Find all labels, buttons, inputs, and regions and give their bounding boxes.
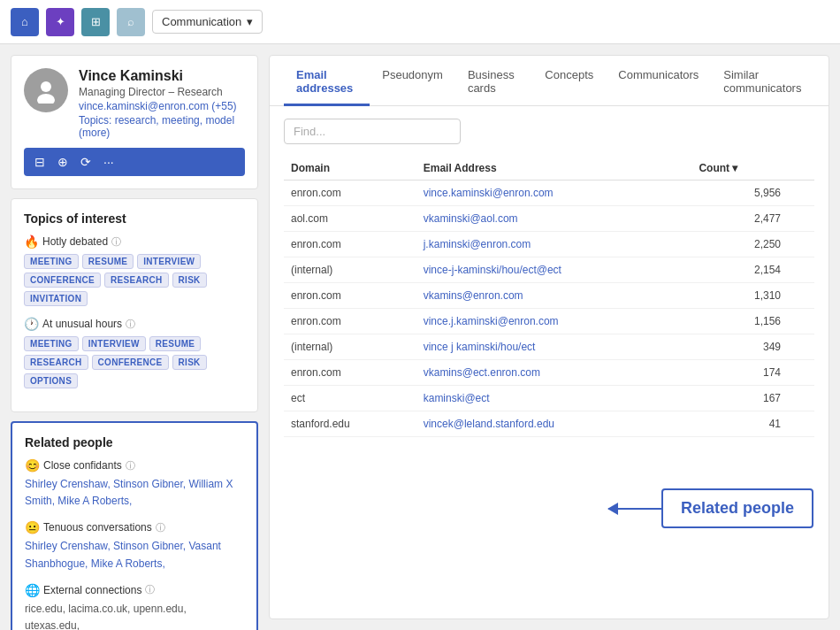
profile-email: vince.kaminski@enron.com (+55)	[79, 100, 245, 112]
tag-invitation[interactable]: INVITATION	[24, 291, 88, 306]
close-confidants-section: 😊 Close confidants ⓘ Shirley Crenshaw, S…	[25, 458, 244, 510]
cell-action	[788, 181, 814, 206]
table-row: ect kaminski@ect 167	[284, 386, 814, 411]
table-row: stanford.edu vincek@leland.stanford.edu …	[284, 411, 814, 437]
related-people-title: Related people	[25, 435, 244, 449]
avatar	[24, 68, 68, 112]
tag-research-2[interactable]: RESEARCH	[24, 355, 88, 370]
table-row: enron.com vkamins@enron.com 1,310	[284, 283, 814, 309]
cell-email[interactable]: vincek@leland.stanford.edu	[416, 411, 692, 437]
tenuous-conversations-title: 😐 Tenuous conversations ⓘ	[25, 520, 244, 534]
unusual-hours-title: 🕐 At unusual hours ⓘ	[24, 317, 245, 331]
tag-risk[interactable]: RISK	[172, 273, 207, 288]
cell-email[interactable]: vkamins@enron.com	[416, 283, 692, 309]
action-icon-more[interactable]: ···	[103, 155, 114, 169]
hotly-debated-section: 🔥 Hotly debated ⓘ MEETING RESUME INTERVI…	[24, 234, 245, 306]
svg-point-0	[41, 81, 51, 92]
cell-count: 41	[691, 411, 788, 437]
col-action	[788, 157, 814, 181]
cell-count: 2,154	[691, 257, 788, 283]
cell-count: 349	[691, 334, 788, 360]
external-connections-title: 🌐 External connections ⓘ	[25, 583, 244, 597]
action-icon-1[interactable]: ⊟	[34, 155, 45, 169]
cell-email[interactable]: j.kaminski@enron.com	[416, 232, 692, 257]
tab-business-cards[interactable]: Business cards	[455, 56, 532, 106]
cell-email[interactable]: vince j kaminski/hou/ect	[416, 334, 692, 360]
cell-email[interactable]: vkaminski@aol.com	[416, 206, 692, 232]
profile-card: Vince Kaminski Managing Director – Resea…	[11, 55, 258, 189]
tag-risk-2[interactable]: RISK	[172, 355, 207, 370]
close-confidants-people[interactable]: Shirley Crenshaw, Stinson Gibner, Willia…	[25, 476, 244, 510]
tag-research[interactable]: RESEARCH	[104, 273, 169, 288]
tab-concepts[interactable]: Concepts	[532, 56, 606, 106]
tab-email-addresses[interactable]: Email addresses	[284, 56, 370, 106]
table-row: enron.com vkamins@ect.enron.com 174	[284, 360, 814, 386]
tenuous-conversations-people[interactable]: Shirley Crenshaw, Stinson Gibner, Vasant…	[25, 538, 244, 572]
table-row: (internal) vince-j-kaminski/hou/ect@ect …	[284, 257, 814, 283]
cell-action	[788, 360, 814, 386]
tag-resume[interactable]: RESUME	[82, 254, 134, 269]
cell-domain: stanford.edu	[284, 411, 416, 437]
external-connections-section: 🌐 External connections ⓘ rice.edu, lacim…	[25, 583, 244, 630]
profile-title: Managing Director – Research	[79, 86, 245, 98]
main-container: Vince Kaminski Managing Director – Resea…	[0, 44, 840, 630]
communication-dropdown[interactable]: Communication ▾	[152, 10, 263, 34]
cell-count: 5,956	[691, 181, 788, 206]
tag-interview[interactable]: INTERVIEW	[137, 254, 201, 269]
chevron-down-icon: ▾	[247, 15, 253, 28]
tabs-bar: Email addresses Pseudonym Business cards…	[270, 56, 829, 106]
unusual-hours-help-icon[interactable]: ⓘ	[126, 318, 135, 331]
tab-communicators[interactable]: Communicators	[606, 56, 711, 106]
tenuous-conversations-help-icon[interactable]: ⓘ	[156, 521, 165, 534]
cell-domain: enron.com	[284, 309, 416, 334]
col-domain: Domain	[284, 157, 416, 181]
cell-domain: (internal)	[284, 257, 416, 283]
col-count[interactable]: Count ▾	[691, 157, 788, 181]
action-icon-3[interactable]: ⟳	[80, 155, 91, 169]
topics-title: Topics of interest	[24, 211, 245, 226]
top-nav: ⌂ ✦ ⊞ ⌕ Communication ▾	[0, 0, 840, 44]
cell-email[interactable]: vince.j.kaminski@enron.com	[416, 309, 692, 334]
cell-email[interactable]: vince.kaminski@enron.com	[416, 181, 692, 206]
tag-conference[interactable]: CONFERENCE	[24, 273, 101, 288]
annotation-arrow	[608, 508, 661, 510]
cell-action	[788, 309, 814, 334]
right-panel: Email addresses Pseudonym Business cards…	[269, 55, 829, 619]
profile-info: Vince Kaminski Managing Director – Resea…	[79, 68, 245, 139]
cell-count: 1,310	[691, 283, 788, 309]
search-input[interactable]	[284, 119, 461, 144]
home-nav-btn[interactable]: ⌂	[11, 8, 39, 36]
cell-domain: ect	[284, 386, 416, 411]
grid-nav-btn[interactable]: ⊞	[81, 8, 110, 36]
tag-options[interactable]: OPTIONS	[24, 373, 78, 388]
email-table: Domain Email Address Count ▾ enron.com v…	[284, 157, 814, 437]
cell-action	[788, 257, 814, 283]
table-row: enron.com vince.kaminski@enron.com 5,956	[284, 181, 814, 206]
unusual-hours-section: 🕐 At unusual hours ⓘ MEETING INTERVIEW R…	[24, 317, 245, 388]
close-confidants-help-icon[interactable]: ⓘ	[126, 459, 135, 472]
cell-email[interactable]: kaminski@ect	[416, 386, 692, 411]
external-connections-help-icon[interactable]: ⓘ	[145, 583, 155, 596]
cell-count: 174	[691, 360, 788, 386]
cell-count: 2,250	[691, 232, 788, 257]
cell-count: 1,156	[691, 309, 788, 334]
tag-meeting-2[interactable]: MEETING	[24, 336, 79, 351]
tag-resume-2[interactable]: RESUME	[149, 336, 202, 351]
tag-conference-2[interactable]: CONFERENCE	[92, 355, 169, 370]
cell-email[interactable]: vince-j-kaminski/hou/ect@ect	[416, 257, 692, 283]
cell-email[interactable]: vkamins@ect.enron.com	[416, 360, 692, 386]
tab-similar-communicators[interactable]: Similar communicators	[711, 56, 814, 106]
hotly-debated-help-icon[interactable]: ⓘ	[111, 235, 121, 249]
tag-meeting[interactable]: MEETING	[24, 254, 79, 269]
hotly-debated-tags: MEETING RESUME INTERVIEW CONFERENCE RESE…	[24, 254, 245, 306]
cell-count: 2,477	[691, 206, 788, 232]
puzzle-nav-btn[interactable]: ✦	[46, 8, 74, 36]
action-icon-2[interactable]: ⊕	[57, 155, 68, 169]
topics-card: Topics of interest 🔥 Hotly debated ⓘ MEE…	[11, 198, 258, 412]
cell-domain: (internal)	[284, 334, 416, 360]
tab-pseudonym[interactable]: Pseudonym	[370, 56, 455, 106]
cell-domain: enron.com	[284, 283, 416, 309]
cell-domain: enron.com	[284, 360, 416, 386]
tag-interview-2[interactable]: INTERVIEW	[82, 336, 146, 351]
search-nav-btn[interactable]: ⌕	[117, 8, 145, 36]
